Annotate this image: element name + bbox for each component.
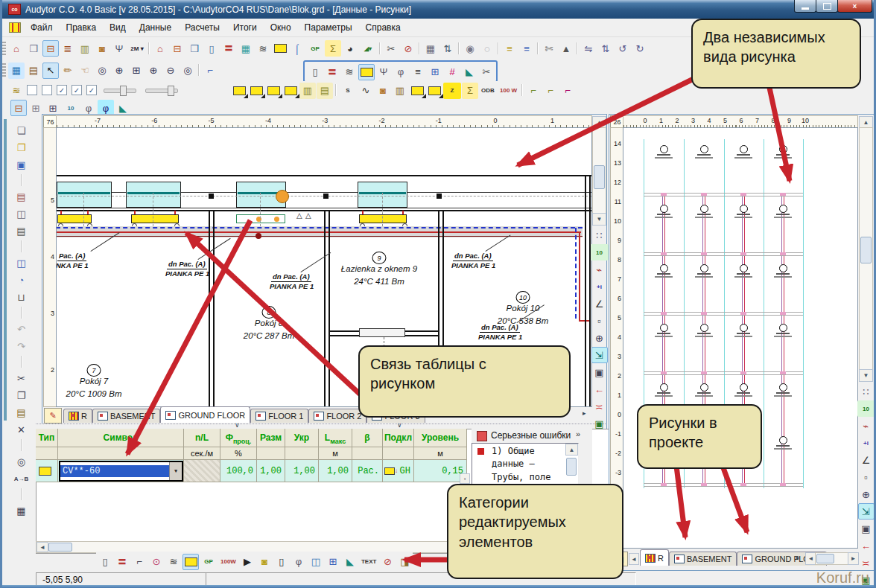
restore-button[interactable] [816, 0, 838, 13]
calculator-icon[interactable]: ▦ [13, 502, 30, 519]
insert-slope-icon[interactable]: ◢▾ [359, 40, 377, 57]
cell-ukr[interactable]: 1,00 [285, 460, 319, 482]
insert-radiator-icon[interactable] [272, 40, 288, 57]
minimize-button[interactable] [794, 0, 816, 13]
snap-grid-icon[interactable]: 10 [591, 244, 609, 261]
splitter-collapse-icon[interactable]: ∨ [397, 421, 402, 429]
column-header-l_max[interactable]: Lмакс [319, 429, 352, 447]
cat-plans-icon[interactable]: ⊞ [325, 554, 341, 570]
plotter-icon[interactable]: ⊔ [13, 289, 30, 305]
heater-s-icon[interactable]: S [339, 83, 357, 99]
report-view-icon[interactable]: ▤ [25, 63, 42, 79]
tab-floor-1[interactable]: FLOOR 1 [250, 409, 308, 423]
column-header-f_proc[interactable]: Фпроц. [220, 429, 257, 447]
category-pipes-icon[interactable]: 〓 [324, 64, 340, 80]
cat-excluded-icon[interactable]: ⊘ [379, 554, 396, 570]
rotate-right-icon[interactable]: ↻ [632, 40, 648, 57]
tabs-scroll-left-icon[interactable]: ◄ [629, 553, 639, 565]
tab-r[interactable]: R [640, 549, 669, 566]
unchecked-option-checkbox[interactable] [27, 85, 37, 95]
previous-error-icon[interactable]: ← [858, 537, 875, 554]
unchecked-option-checkbox[interactable] [42, 85, 52, 95]
zoom-previous-icon[interactable]: ◎ [94, 63, 110, 79]
grid-dots-icon[interactable]: ∷ [591, 227, 608, 243]
zoom-level-slider[interactable] [145, 84, 178, 96]
delete-icon[interactable]: ✕ [13, 421, 30, 438]
cell-n_l[interactable] [184, 460, 220, 482]
pan-diagonal-icon[interactable]: ⇲ [858, 503, 875, 520]
category-cut-icon[interactable]: ✂ [478, 64, 495, 80]
category-fitting-icon[interactable]: φ [393, 64, 409, 80]
tab-basement[interactable]: BASEMENT [92, 409, 161, 423]
column-header-razm[interactable]: Разм [257, 429, 285, 447]
display-settings-icon[interactable]: ▦ [8, 63, 25, 79]
detach-icon[interactable]: ✂ [383, 40, 399, 57]
category-connection-icon[interactable]: ◣ [461, 64, 477, 80]
insert-door-icon[interactable]: ▯ [203, 40, 220, 57]
new-drawing-icon[interactable]: ⌂ [152, 40, 168, 57]
cell-razm[interactable]: 1,00 [257, 460, 285, 482]
drawings-view-icon[interactable]: ⊟ [42, 40, 59, 57]
grid-dots-icon[interactable]: ∷ [858, 383, 875, 400]
cat-radiators-icon[interactable] [182, 554, 199, 570]
cat-rooms-icon[interactable]: ◫ [308, 554, 324, 570]
menu-Вид[interactable]: Вид [103, 20, 133, 35]
flip-vertical-icon[interactable]: ⇅ [597, 40, 614, 57]
coil-heater-icon[interactable]: ◙ [375, 83, 391, 99]
sort-icon[interactable]: ⇅ [439, 40, 456, 57]
flip-horizontal-icon[interactable]: ⇋ [580, 40, 597, 57]
tab-ground-floor[interactable]: GROUND FLOOR [160, 406, 250, 423]
stamp-icon[interactable]: ▲ [558, 40, 574, 57]
nz-radiator-icon[interactable]: Z [443, 83, 461, 99]
select-area-icon[interactable]: ▫ [591, 313, 608, 329]
title-bar[interactable]: co Audytor C.O. 4.0 Basic [v 28.05.2015]… [2, 0, 876, 19]
cell-podkl[interactable]: ↓GH [383, 460, 414, 482]
category-lines-icon[interactable]: ≡ [410, 64, 426, 80]
column-radiator-icon[interactable]: ▥ [392, 83, 408, 99]
scroll-down-icon[interactable]: ▼ [859, 369, 873, 382]
building-structure-icon[interactable]: ❒ [25, 40, 42, 57]
select-mode-icon[interactable]: ◉ [462, 40, 478, 57]
column-header-uroven[interactable]: Уровень [414, 429, 467, 447]
project-data-icon[interactable]: ⌂ [8, 40, 25, 57]
auto-number-icon[interactable]: +i [591, 278, 609, 295]
preview-window-icon[interactable]: ▣ [591, 364, 608, 380]
format-painter-icon[interactable]: ✏ [60, 63, 76, 79]
error-scrollbar-thumb[interactable] [566, 458, 577, 476]
zoom-window-icon[interactable]: ⊞ [128, 63, 145, 79]
cat-thermostats-icon[interactable]: φ [291, 554, 307, 570]
tabs-scroll-right-icon[interactable]: ▸ [796, 554, 800, 561]
radiator-type-1-icon[interactable] [231, 83, 247, 99]
angle-snap-icon[interactable]: ∠ [858, 452, 875, 468]
new-file-icon[interactable]: ❏ [13, 122, 30, 138]
cell-l_max[interactable]: 1,00 [319, 460, 352, 482]
menu-Расчеты[interactable]: Расчеты [178, 20, 226, 35]
zoom-all-icon[interactable]: ⊕ [111, 63, 127, 79]
tab-r[interactable]: R [63, 409, 92, 423]
insert-manifold-icon[interactable]: ≋ [255, 40, 271, 57]
radiator-grille-icon[interactable]: ▥ [299, 83, 316, 99]
previous-error-icon[interactable]: ← [591, 381, 608, 397]
category-door-icon[interactable]: ▯ [307, 64, 323, 80]
category-manifold-icon[interactable]: ≋ [341, 64, 358, 80]
category-plan-icon[interactable]: ⊞ [427, 64, 443, 80]
send-back-icon[interactable]: ≡ [518, 40, 535, 57]
auto-number-icon[interactable]: +i [857, 435, 875, 451]
pipe-variant-1-icon[interactable]: ⌐ [525, 83, 542, 99]
slider-thumb[interactable] [120, 86, 127, 96]
menu-Данные[interactable]: Данные [133, 20, 178, 35]
print-icon[interactable]: ▤ [13, 223, 30, 239]
cell-beta[interactable]: Рас. [352, 460, 383, 482]
receivers-icon[interactable]: Ψ [111, 40, 127, 57]
materials-catalog-icon[interactable]: ≣ [60, 40, 76, 57]
cat-pumps-icon[interactable]: ▶ [239, 554, 256, 570]
cat-pipes-icon[interactable]: 〓 [114, 554, 130, 570]
checked-option-checkbox[interactable]: ✓ [57, 85, 67, 95]
cat-gp-icon[interactable]: GP [200, 554, 218, 570]
menu-Правка[interactable]: Правка [60, 20, 104, 35]
zoom-out-icon[interactable]: ⊖ [162, 63, 179, 79]
cell-symbol[interactable]: CV**-60▼ [58, 460, 184, 482]
heater-hatch-icon[interactable]: ∿ [358, 83, 374, 99]
menu-Окно[interactable]: Окно [264, 20, 298, 35]
select-area-icon[interactable]: ▫ [858, 469, 875, 485]
